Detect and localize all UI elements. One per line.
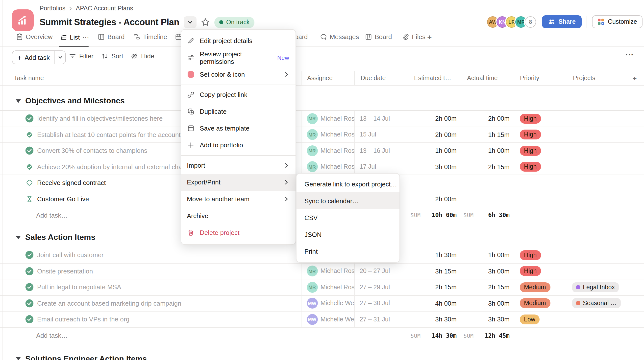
due-date-cell[interactable]: 13 – 14 Jul	[354, 111, 408, 126]
completed-check-circle-icon[interactable]	[25, 114, 34, 123]
tab-list[interactable]: List ⋯	[60, 33, 90, 41]
tab-files[interactable]: Files	[402, 33, 426, 40]
actual-time-cell[interactable]: 3h 30m	[460, 312, 514, 327]
task-row[interactable]: Pull in legal to negotiate MSA MR Michae…	[0, 279, 644, 296]
tab-timeline[interactable]: Timeline	[133, 33, 167, 40]
priority-cell[interactable]: Medium	[514, 296, 566, 311]
completed-milestone-diamond-icon[interactable]	[25, 163, 34, 171]
completed-milestone-diamond-icon[interactable]	[25, 131, 34, 139]
collapse-triangle-icon[interactable]	[16, 357, 21, 360]
priority-badge[interactable]: Low	[520, 315, 540, 324]
menu-item-set-color-icon[interactable]: Set color & icon	[181, 66, 296, 83]
priority-cell[interactable]	[514, 191, 566, 207]
actual-time-cell[interactable]: 2h 00m	[460, 111, 514, 126]
hourglass-icon[interactable]	[25, 195, 34, 203]
estimated-time-cell[interactable]: 4h 00m	[408, 296, 460, 311]
column-header-assignee[interactable]: Assignee	[301, 71, 354, 85]
assignee-cell[interactable]: MW Michelle We…	[301, 296, 354, 311]
menu-item-delete-project[interactable]: Delete project	[181, 224, 296, 241]
tab-more-icon[interactable]: ⋯	[82, 33, 90, 41]
menu-item-export-print[interactable]: Export/Print	[181, 174, 296, 191]
estimated-time-cell[interactable]: 2h 15m	[408, 279, 460, 295]
task-name[interactable]: Email outreach to VPs in the org	[37, 316, 130, 323]
actual-time-cell[interactable]: 2h 15m	[460, 279, 514, 295]
due-date-cell[interactable]: 27 – 30 Jul	[354, 296, 408, 311]
customize-button[interactable]: Customize	[592, 15, 642, 28]
priority-badge[interactable]: Medium	[520, 299, 550, 308]
assignee-cell[interactable]: MR Michael Ros…	[301, 159, 354, 175]
task-row[interactable]: Convert 30% of contacts to champions MR …	[0, 143, 644, 159]
section-title[interactable]: Objectives and Milestones	[25, 96, 125, 105]
projects-cell[interactable]	[566, 143, 625, 158]
task-name[interactable]: Customer Go Live	[37, 195, 89, 203]
page-title[interactable]: Summit Strategies - Account Plan	[40, 17, 179, 27]
due-date-cell[interactable]: 15 Jul	[354, 127, 408, 142]
column-header-actual-time[interactable]: Actual time	[460, 71, 514, 85]
menu-item-duplicate[interactable]: Duplicate	[181, 103, 296, 120]
estimated-time-cell[interactable]: 3h 15m	[408, 263, 460, 279]
section-header[interactable]: Objectives and Milestones	[0, 91, 644, 111]
projects-cell[interactable]	[566, 127, 625, 142]
column-header-projects[interactable]: Projects	[566, 71, 625, 85]
priority-cell[interactable]: High	[514, 127, 566, 142]
priority-cell[interactable]: Medium	[514, 279, 566, 295]
priority-badge[interactable]: High	[520, 130, 541, 140]
projects-cell[interactable]: Seasonal …	[566, 296, 625, 311]
task-name-cell[interactable]: Onsite presentation	[0, 263, 301, 279]
completed-check-circle-icon[interactable]	[25, 267, 34, 276]
due-date-cell[interactable]: 27 – 29 Jul	[354, 279, 408, 295]
add-task-dropdown-button[interactable]	[55, 51, 66, 64]
priority-badge[interactable]: High	[520, 266, 541, 276]
tab-board-2[interactable]: Board	[365, 33, 392, 40]
member-avatars[interactable]: AW KN LR MR 8	[487, 16, 536, 27]
completed-check-circle-icon[interactable]	[25, 147, 34, 155]
priority-cell[interactable]: High	[514, 111, 566, 126]
projects-cell[interactable]	[566, 312, 625, 327]
collapse-triangle-icon[interactable]	[16, 236, 21, 239]
estimated-time-cell[interactable]: 1h 00m	[408, 143, 460, 158]
project-actions-dropdown-button[interactable]	[184, 16, 196, 28]
actual-time-cell[interactable]: 1h 15m	[460, 127, 514, 142]
submenu-item-json[interactable]: JSON	[296, 226, 399, 243]
actual-time-cell[interactable]	[460, 191, 514, 207]
estimated-time-cell[interactable]: 2h 00m	[408, 111, 460, 126]
priority-cell[interactable]: High	[514, 263, 566, 279]
due-date-cell[interactable]: 17 Jul	[354, 159, 408, 175]
task-name-cell[interactable]: Email outreach to VPs in the org	[0, 312, 301, 327]
task-name[interactable]: Joint call with customer	[37, 252, 104, 259]
section-header[interactable]: Solutions Engineer Action Items	[0, 349, 644, 360]
milestone-diamond-outline-icon[interactable]	[25, 179, 34, 187]
task-name[interactable]: Establish at least 10 contact points for…	[37, 131, 181, 138]
tab-add-button[interactable]: +	[427, 33, 432, 42]
avatar-overflow-count[interactable]: 8	[525, 16, 536, 27]
sort-button[interactable]: Sort	[101, 52, 123, 60]
submenu-item-print[interactable]: Print	[296, 243, 399, 260]
task-name-cell[interactable]: Pull in legal to negotiate MSA	[0, 279, 301, 295]
submenu-item-generate-link[interactable]: Generate link to export project…	[296, 176, 399, 192]
section-title[interactable]: Solutions Engineer Action Items	[25, 354, 147, 360]
add-task-inline[interactable]: Add task…	[0, 328, 301, 344]
tab-board[interactable]: Board	[98, 33, 124, 40]
project-tag[interactable]: Seasonal …	[572, 299, 620, 308]
filter-button[interactable]: Filter	[69, 52, 94, 60]
priority-badge[interactable]: High	[520, 146, 541, 156]
column-header-estimated-time[interactable]: Estimated t…	[408, 71, 460, 85]
favorite-star-button[interactable]	[201, 18, 210, 27]
task-name[interactable]: Achieve 20% adoption by internal and ext…	[37, 163, 203, 171]
task-name[interactable]: Onsite presentation	[37, 268, 93, 275]
task-name-cell[interactable]: Create an account based marketing drip c…	[0, 296, 301, 311]
projects-cell[interactable]: Legal Inbox	[566, 279, 625, 295]
estimated-time-cell[interactable]: 1h 30m	[408, 247, 460, 263]
task-name[interactable]: Receive signed contract	[37, 179, 106, 187]
menu-item-archive[interactable]: Archive	[181, 207, 296, 224]
priority-cell[interactable]: High	[514, 247, 566, 263]
projects-cell[interactable]	[566, 159, 625, 175]
priority-cell[interactable]: High	[514, 159, 566, 175]
priority-badge[interactable]: High	[520, 114, 541, 124]
menu-item-save-as-template[interactable]: Save as template	[181, 120, 296, 137]
assignee-cell[interactable]: MR Michael Ros…	[301, 111, 354, 126]
estimated-time-cell[interactable]	[408, 175, 460, 191]
due-date-cell[interactable]: 27 – 31 Jul	[354, 312, 408, 327]
project-logo[interactable]	[12, 9, 34, 31]
menu-item-edit-project-details[interactable]: Edit project details	[181, 32, 296, 49]
